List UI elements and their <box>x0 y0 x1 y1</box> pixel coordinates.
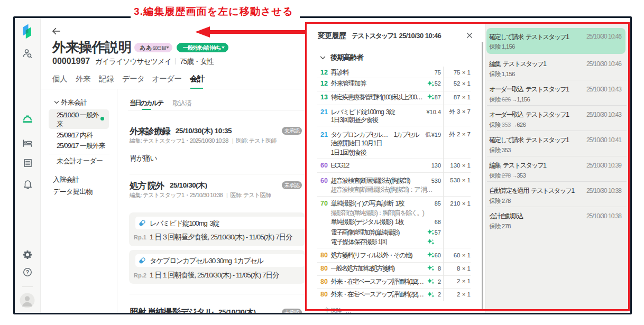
svg-text:?: ? <box>26 269 29 275</box>
